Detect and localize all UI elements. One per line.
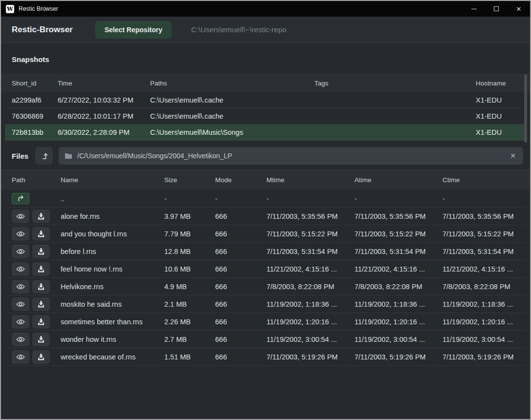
files-path-input[interactable] (77, 152, 504, 160)
file-size: 2.26 MB (164, 318, 215, 326)
snapshot-row[interactable]: 76306869 6/28/2022, 10:01:17 PM C:\Users… (5, 108, 526, 125)
file-size: 1.51 MB (164, 353, 215, 361)
header: Restic-Browser Select Repository C:\User… (1, 17, 530, 43)
snapshot-hostname: X1-EDU (476, 96, 526, 104)
eye-icon (16, 248, 25, 255)
preview-button[interactable] (12, 297, 29, 311)
file-atime: 11/19/2002, 1:20:16 ... (354, 318, 442, 326)
download-icon (37, 265, 45, 273)
download-button[interactable] (32, 210, 50, 223)
preview-button[interactable] (12, 333, 29, 346)
file-ctime: 7/11/2003, 5:15:22 PM (442, 230, 526, 238)
download-icon (37, 230, 45, 238)
titlebar: W Restic Browser ✕ (1, 1, 530, 17)
snapshot-hostname: X1-EDU (476, 112, 526, 120)
file-row[interactable]: wrecked because of.rns 1.51 MB 666 7/11/… (5, 348, 526, 366)
file-ctime: 11/21/2002, 4:15:16 ... (442, 265, 526, 273)
clear-path-button[interactable]: ✕ (509, 151, 517, 160)
file-row[interactable]: alone for.rns 3.97 MB 666 7/11/2003, 5:3… (5, 208, 526, 225)
snapshots-scrollbar[interactable] (524, 74, 527, 143)
download-button[interactable] (32, 262, 50, 276)
col-ctime: Ctime (442, 176, 530, 184)
file-name: sometimes better than.rns (61, 318, 164, 326)
level-up-icon (40, 152, 48, 160)
file-row[interactable]: sometimes better than.rns 2.26 MB 666 11… (5, 313, 526, 331)
file-mtime: 7/8/2003, 8:22:08 PM (266, 283, 354, 291)
file-name: wrecked because of.rns (61, 353, 164, 361)
file-row[interactable]: and you thought l.rns 7.79 MB 666 7/11/2… (5, 225, 526, 243)
file-mtime: 11/19/2002, 3:00:54 ... (266, 336, 354, 343)
file-mtime: 11/21/2002, 4:15:16 ... (266, 265, 354, 273)
snapshot-short-id: 72b813bb (12, 128, 58, 136)
file-ctime: 7/8/2003, 8:22:08 PM (442, 283, 526, 291)
download-icon (37, 212, 45, 220)
file-name: .. (61, 195, 164, 203)
eye-icon (16, 283, 25, 290)
file-mode: 666 (215, 265, 266, 273)
file-atime: 11/19/2002, 3:00:54 ... (354, 336, 442, 343)
col-tags: Tags (314, 80, 476, 87)
file-ctime: 11/19/2002, 1:18:36 ... (442, 300, 526, 308)
tree-view-toggle-button[interactable] (35, 147, 53, 165)
snapshot-row[interactable]: a2299af6 6/27/2022, 10:03:32 PM C:\Users… (5, 92, 526, 108)
close-button[interactable]: ✕ (508, 1, 530, 17)
close-icon: ✕ (516, 6, 522, 12)
go-up-button[interactable] (12, 193, 29, 204)
eye-icon (16, 354, 25, 360)
download-button[interactable] (32, 333, 50, 346)
preview-button[interactable] (12, 210, 29, 223)
snapshots-heading: Snapshots (1, 43, 530, 74)
file-row[interactable]: feel home now !.rns 10.6 MB 666 11/21/20… (5, 260, 526, 278)
preview-button[interactable] (12, 245, 29, 258)
download-icon (37, 283, 45, 291)
files-path-bar[interactable]: ✕ (59, 147, 523, 165)
snapshot-time: 6/27/2022, 10:03:32 PM (58, 96, 150, 104)
files-table-header: Path Name Size Mode Mtime Atime Ctime (1, 169, 530, 190)
file-mtime: 7/11/2003, 5:15:22 PM (266, 230, 354, 238)
eye-icon (16, 318, 25, 325)
files-bar: Files ✕ (1, 147, 530, 165)
file-size: 2.7 MB (164, 336, 215, 343)
col-name: Name (61, 176, 164, 184)
snapshot-row-selected[interactable]: 72b813bb 6/30/2022, 2:28:09 PM C:\Users\… (5, 125, 526, 141)
snapshot-paths: C:\Users\emuell\Music\Songs (150, 128, 314, 136)
file-mtime: 11/19/2002, 1:18:36 ... (266, 300, 354, 308)
file-mtime: 7/11/2003, 5:31:54 PM (266, 248, 354, 255)
file-atime: 7/8/2003, 8:22:08 PM (354, 283, 442, 291)
download-button[interactable] (32, 245, 50, 258)
snapshot-paths: C:\Users\emuell\.cache (150, 96, 314, 104)
download-button[interactable] (32, 350, 50, 364)
download-button[interactable] (32, 227, 50, 241)
preview-button[interactable] (12, 315, 29, 329)
download-button[interactable] (32, 280, 50, 294)
snapshot-time: 6/28/2022, 10:01:17 PM (58, 112, 150, 120)
file-row[interactable]: wonder how it.rns 2.7 MB 666 11/19/2002,… (5, 331, 526, 348)
preview-button[interactable] (12, 280, 29, 294)
minimize-button[interactable] (463, 1, 485, 17)
snapshot-short-id: 76306869 (12, 112, 58, 120)
file-name: feel home now !.rns (61, 265, 164, 273)
col-mode: Mode (215, 176, 266, 184)
file-row[interactable]: before l.rns 12.8 MB 666 7/11/2003, 5:31… (5, 243, 526, 260)
maximize-button[interactable] (485, 1, 508, 17)
download-button[interactable] (32, 315, 50, 329)
parent-dir-row[interactable]: .. - - - - - (5, 190, 526, 208)
file-mtime: - (266, 195, 354, 203)
download-icon (37, 336, 45, 343)
file-atime: 7/11/2003, 5:35:56 PM (354, 212, 442, 220)
preview-button[interactable] (12, 350, 29, 364)
preview-button[interactable] (12, 227, 29, 241)
preview-button[interactable] (12, 262, 29, 276)
file-name: Helvikone.rns (61, 283, 164, 291)
select-repository-button[interactable]: Select Repository (95, 21, 172, 39)
file-row[interactable]: Helvikone.rns 4.9 MB 666 7/8/2003, 8:22:… (5, 278, 526, 295)
file-name: and you thought l.rns (61, 230, 164, 238)
app-logo-icon: W (6, 5, 14, 13)
download-button[interactable] (32, 297, 50, 311)
file-mode: 666 (215, 336, 266, 343)
clear-icon: ✕ (510, 152, 516, 160)
download-icon (37, 248, 45, 255)
file-row[interactable]: moskito he said.rns 2.1 MB 666 11/19/200… (5, 295, 526, 313)
download-icon (37, 318, 45, 326)
col-paths: Paths (150, 80, 314, 87)
